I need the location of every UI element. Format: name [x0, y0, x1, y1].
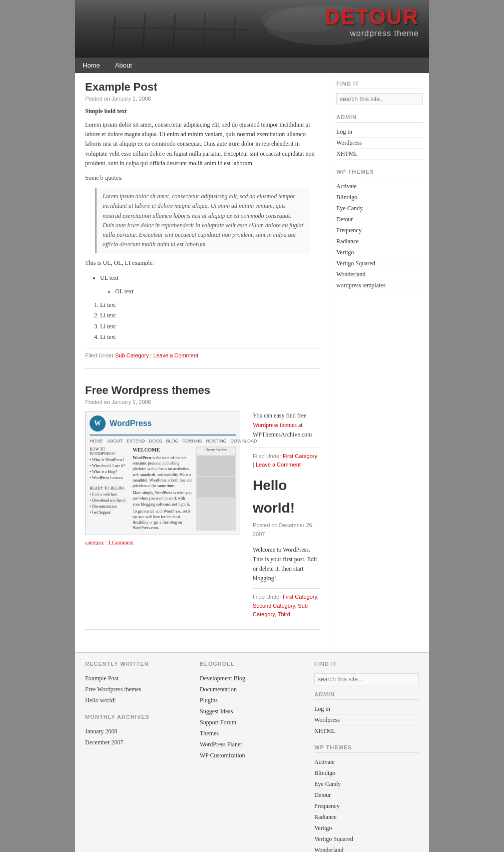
theme-link-wonderland[interactable]: Wonderland: [336, 271, 365, 278]
footer-theme-wonderland[interactable]: Wonderland: [314, 846, 343, 852]
blogroll-support-forum[interactable]: Support Forum: [200, 719, 236, 726]
list-item[interactable]: Radiance: [314, 812, 419, 823]
theme-item-eye-candy[interactable]: Eye Candy: [336, 203, 423, 214]
list-item[interactable]: January 2008: [85, 726, 190, 737]
recent-post-link-1[interactable]: Example Post: [85, 675, 118, 682]
theme-item-wp-templates[interactable]: wordpress templates: [336, 280, 423, 291]
xhtml-link[interactable]: XHTML: [336, 150, 358, 157]
leave-comment-link2[interactable]: Leave a Comment: [256, 462, 301, 468]
admin-list-item[interactable]: Log in: [336, 127, 423, 138]
list-item[interactable]: Example Post: [85, 673, 190, 684]
theme-item-detour[interactable]: Detour: [336, 214, 423, 225]
search-input[interactable]: [336, 93, 423, 105]
list-item[interactable]: Blindigo: [314, 768, 419, 779]
blogroll-documentation[interactable]: Documentation: [200, 686, 237, 693]
theme-link-wp-templates[interactable]: wordpress templates: [336, 282, 385, 289]
blogroll-plugins[interactable]: Plugins: [200, 697, 218, 704]
archive-link-dec-2007[interactable]: December 2007: [85, 739, 123, 746]
theme-item-activate[interactable]: Activate: [336, 181, 423, 192]
second-cat-link[interactable]: Second Category: [253, 603, 295, 609]
list-item[interactable]: WordPress Planet: [200, 739, 304, 750]
nav-item-home[interactable]: Home: [75, 58, 108, 73]
first-cat-link[interactable]: First Category: [283, 453, 317, 459]
filed-under-example: Filed Under Sub Category | Leave a Comme…: [85, 348, 320, 358]
list-item[interactable]: Wordpress: [314, 715, 419, 726]
footer-xhtml-link[interactable]: XHTML: [314, 727, 336, 734]
theme-link-detour[interactable]: Detour: [336, 216, 353, 223]
list-item[interactable]: WP Customization: [200, 750, 304, 761]
theme-item-radiance[interactable]: Radiance: [336, 236, 423, 247]
list-item[interactable]: Plugins: [200, 695, 304, 706]
login-link[interactable]: Log in: [336, 128, 352, 135]
blogroll-wp-customization[interactable]: WP Customization: [200, 752, 245, 759]
list-item[interactable]: Documentation: [200, 684, 304, 695]
list-item[interactable]: Vertigo: [314, 823, 419, 834]
recent-post-link-2[interactable]: Free Wordpress themes: [85, 686, 141, 693]
archive-link-jan-2008[interactable]: January 2008: [85, 728, 117, 735]
footer-search-input[interactable]: [314, 673, 419, 685]
blogroll-suggest-ideas[interactable]: Suggest Ideas: [200, 708, 233, 715]
theme-link-frequency[interactable]: Frequency: [336, 227, 362, 234]
nav-link-about[interactable]: About: [108, 58, 140, 73]
footer-theme-activate[interactable]: Activate: [314, 758, 335, 765]
list-item[interactable]: Support Forum: [200, 717, 304, 728]
first-cat-link-hello[interactable]: First Category: [283, 594, 317, 600]
list-item[interactable]: Vertigo Squared: [314, 834, 419, 845]
footer-theme-vertigo[interactable]: Vertigo: [314, 824, 332, 831]
nav-item-about[interactable]: About: [108, 58, 140, 73]
footer-theme-blindigo[interactable]: Blindigo: [314, 769, 335, 776]
list-item[interactable]: December 2007: [85, 737, 190, 748]
post-list-intro: This is UL, OL, LI example:: [85, 258, 320, 268]
footer-theme-detour[interactable]: Detour: [314, 791, 331, 798]
wp-sidebar: HOW TO WORDPRESS? • What is WordPress? •…: [90, 447, 130, 531]
theme-link-vertigo[interactable]: Vertigo: [336, 249, 354, 256]
list-item[interactable]: Suggest Ideas: [200, 706, 304, 717]
main-wrapper: Example Post Posted on January 2, 2008 S…: [75, 73, 429, 652]
comment-link-free-wp[interactable]: 1 Comment: [108, 539, 134, 545]
theme-item-blindigo[interactable]: Blindigo: [336, 192, 423, 203]
blogroll-dev-blog[interactable]: Development Blog: [200, 675, 245, 682]
footer-login-link[interactable]: Log in: [314, 705, 330, 712]
theme-link-eye-candy[interactable]: Eye Candy: [336, 205, 363, 212]
wordpress-admin-link[interactable]: Wordpress: [336, 139, 362, 146]
third-cat-link[interactable]: Third: [278, 611, 290, 617]
admin-list-item[interactable]: XHTML: [336, 149, 423, 160]
theme-link-activate[interactable]: Activate: [336, 183, 357, 190]
blogroll-wp-planet[interactable]: WordPress Planet: [200, 741, 242, 748]
site-title: DETOUR: [324, 5, 419, 29]
list-item[interactable]: XHTML: [314, 726, 419, 737]
theme-item-frequency[interactable]: Frequency: [336, 225, 423, 236]
sidebar: FIND IT ADMIN Log in Wordpress XHTML WP …: [330, 73, 429, 652]
list-item[interactable]: Development Blog: [200, 673, 304, 684]
list-item[interactable]: Hello world!: [85, 695, 190, 706]
footer-theme-eye-candy[interactable]: Eye Candy: [314, 780, 341, 787]
list-item[interactable]: Themes: [200, 728, 304, 739]
theme-item-vertigo[interactable]: Vertigo: [336, 247, 423, 258]
list-item[interactable]: Free Wordpress themes: [85, 684, 190, 695]
site-subtitle: wordpress theme: [324, 29, 419, 38]
list-item[interactable]: Log in: [314, 704, 419, 715]
list-item[interactable]: Wonderland: [314, 845, 419, 852]
wordpress-link[interactable]: Wordpress themes: [253, 421, 297, 429]
theme-link-vertigo-squared[interactable]: Vertigo Squared: [336, 260, 375, 267]
theme-item-wonderland[interactable]: Wonderland: [336, 269, 423, 280]
blogroll-themes[interactable]: Themes: [200, 730, 219, 737]
admin-list-item[interactable]: Wordpress: [336, 138, 423, 149]
theme-link-blindigo[interactable]: Blindigo: [336, 194, 357, 201]
theme-link-radiance[interactable]: Radiance: [336, 238, 359, 245]
list-item[interactable]: Eye Candy: [314, 779, 419, 790]
list-item[interactable]: Detour: [314, 790, 419, 801]
footer-wordpress-link[interactable]: Wordpress: [314, 716, 340, 723]
category-link-free-wp[interactable]: category: [85, 539, 104, 545]
list-item[interactable]: Activate: [314, 757, 419, 768]
footer-theme-radiance[interactable]: Radiance: [314, 813, 337, 820]
theme-item-vertigo-squared[interactable]: Vertigo Squared: [336, 258, 423, 269]
footer-theme-vertigo-squared[interactable]: Vertigo Squared: [314, 835, 353, 842]
list-item[interactable]: Frequency: [314, 801, 419, 812]
nav-link-home[interactable]: Home: [75, 58, 108, 73]
recent-post-link-3[interactable]: Hello world!: [85, 697, 116, 704]
footer-theme-frequency[interactable]: Frequency: [314, 802, 340, 809]
category-link[interactable]: Sub Category: [115, 352, 149, 358]
leave-comment-link[interactable]: Leave a Comment: [153, 352, 198, 358]
wp-menu-item: • What is WordPress?: [90, 457, 130, 463]
